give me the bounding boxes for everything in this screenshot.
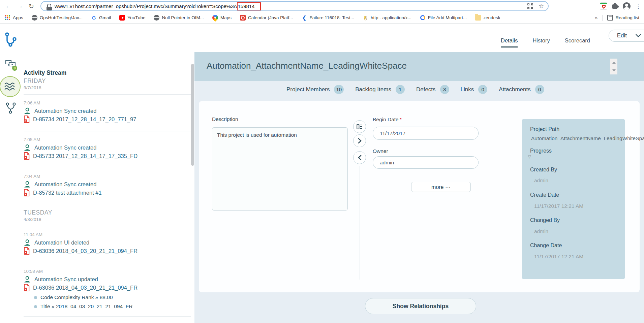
activity-target-row[interactable]: D-85733 2017_12_28_14_17_17_335_FD (24, 152, 191, 160)
bookmark-file-add[interactable]: File Add Multipart... (420, 15, 467, 21)
more-button[interactable]: more ⋯ (411, 182, 471, 192)
divider (373, 187, 411, 187)
edit-button[interactable]: Edit (609, 30, 644, 42)
activity-action-row[interactable]: Automation Sync created (24, 181, 191, 188)
activity-target-row[interactable]: D-63036 2018_04_03_20_21_21_094_FR (24, 247, 191, 255)
branch-icon[interactable] (6, 102, 16, 114)
activity-scrollbar[interactable] (191, 64, 194, 166)
tab-backlog-items[interactable]: Backlog Items 1 (355, 85, 405, 94)
activity-action-row[interactable]: Automation UI deleted (24, 239, 191, 246)
activity-action-row[interactable]: Automation Sync updated (24, 276, 191, 283)
created-by-label: Created By (530, 167, 557, 173)
profile-avatar[interactable] (623, 2, 631, 10)
document-x-icon (24, 116, 30, 123)
browser-forward-button[interactable]: → (14, 2, 26, 10)
activity-change-detail: Code Complexity Rank » 88.00 (34, 294, 191, 300)
bookmark-apps[interactable]: Apps (5, 15, 23, 21)
required-asterisk: * (400, 117, 402, 122)
description-field[interactable]: This project is used for automation (212, 127, 348, 211)
browser-chrome: ← → ↻ www1.v1host.com/partner_opshub2/Pr… (0, 0, 644, 24)
activity-entry: 7:05 AM Automation Sync created D-85733 … (24, 131, 191, 168)
activity-entry: 7:04 AM Automation Sync created D-85732 … (24, 168, 191, 204)
conversations-icon[interactable]: 0 (5, 60, 17, 71)
activity-stream-nav-icon[interactable] (0, 76, 21, 97)
reading-list-icon (607, 15, 613, 21)
chevron-right-icon (358, 138, 362, 143)
chrome-menu-icon[interactable]: ⋮ (635, 3, 641, 9)
activity-action-row[interactable]: Automation Sync created (24, 144, 191, 151)
activity-action: Automation Sync created (34, 108, 96, 114)
bookmarks-overflow-chevron[interactable]: » (595, 15, 597, 21)
qr-code-icon[interactable] (527, 3, 533, 9)
activity-time: 11:04 AM (24, 232, 191, 237)
layout-panel-button[interactable] (353, 120, 366, 133)
collapse-left-button[interactable] (353, 151, 366, 164)
activity-action: Automation Sync created (34, 181, 96, 188)
bookmark-gmail[interactable]: Gmail (91, 15, 111, 21)
activity-target-row[interactable]: D-85732 test attachment #1 (24, 189, 191, 196)
bookmark-null-pointer[interactable]: Null Pointer in OIM... (154, 15, 204, 21)
tab-history[interactable]: History (532, 37, 550, 47)
description-label: Description (212, 116, 238, 122)
extensions-puzzle-icon[interactable] (612, 3, 618, 9)
changed-by-label: Changed By (530, 217, 560, 223)
bullet-dot (34, 305, 37, 308)
activity-target-link: D-63036 2018_04_03_20_21_21_094_FR (33, 248, 137, 254)
address-bar[interactable]: www1.v1host.com/partner_opshub2/Project.… (40, 1, 549, 11)
conversations-count-badge: 0 (12, 66, 17, 71)
browser-reload-button[interactable]: ↻ (26, 2, 37, 10)
begin-date-input[interactable]: 11/17/2017 (373, 127, 479, 140)
tab-defects[interactable]: Defects 3 (416, 85, 449, 94)
info-panel: Project Path Automation_AttachmentName_L… (522, 119, 625, 279)
change-date-label: Change Date (530, 243, 562, 249)
show-relationships-button[interactable]: Show Relationships (365, 298, 476, 314)
begin-date-label: Begin Date* (373, 117, 402, 123)
activity-target-link: D-85732 test attachment #1 (33, 190, 102, 196)
tab-attachments[interactable]: Attachments 0 (499, 85, 544, 94)
panel-list-icon (357, 124, 363, 129)
globe-icon (154, 15, 159, 21)
folder-icon (475, 15, 481, 21)
tab-details[interactable]: Details (501, 37, 518, 47)
activity-stream-panel: Activity Stream FRIDAY 9/7/2018 7:06 AM … (24, 69, 191, 317)
person-icon (24, 107, 31, 114)
reading-list-button[interactable]: Reading list (607, 15, 639, 21)
bookmark-opshubtesting[interactable]: OpsHubTesting/Jav... (32, 15, 83, 21)
bookmarks-divider (602, 15, 603, 21)
browser-back-button[interactable]: ← (3, 2, 14, 10)
bookmark-calendar[interactable]: Calendar (Java Platf... (240, 15, 293, 21)
scroll-spinner[interactable] (610, 59, 617, 74)
https-lock-icon[interactable] (47, 4, 51, 7)
security-extension-icon[interactable] (600, 2, 607, 10)
activity-day-label: FRIDAY (24, 77, 191, 85)
relation-count-tabs: Project Members 10 Backlog Items 1 Defec… (286, 85, 544, 94)
details-card: Description This project is used for aut… (199, 101, 640, 292)
project-path-value: Automation_AttachmentName_LeadingWhiteSp… (531, 135, 644, 141)
activity-action-row[interactable]: Automation Sync created (24, 107, 191, 114)
bookmark-maps[interactable]: Maps (212, 15, 232, 21)
activity-target-row[interactable]: D-63036 2018_04_03_20_21_21_094_FR (24, 284, 191, 291)
activity-target-link: D-85733 2017_12_28_14_17_17_335_FD (33, 153, 137, 159)
activity-date-label: 4/3/2018 (24, 217, 191, 222)
bookmark-zendesk[interactable]: zendesk (475, 15, 500, 21)
bookmark-failure[interactable]: Failure 116018: Test... (302, 15, 354, 21)
activity-target-row[interactable]: D-85734 2017_12_28_14_17_20_771_97 (24, 116, 191, 123)
scroll-down-icon[interactable] (612, 69, 616, 71)
activity-action: Automation Sync created (34, 144, 96, 151)
tab-project-members[interactable]: Project Members 10 (286, 85, 344, 94)
bookmark-http[interactable]: http - application/x... (363, 15, 411, 21)
multipart-icon (420, 15, 426, 21)
count-badge: 0 (535, 85, 544, 94)
tab-scorecard[interactable]: Scorecard (565, 37, 590, 47)
activity-group-header: FRIDAY 9/7/2018 (24, 77, 191, 90)
document-x-icon (24, 189, 30, 196)
scroll-up-icon[interactable] (612, 62, 616, 64)
asset-title-bar: Automation_AttachmentName_LeadingWhiteSp… (194, 52, 644, 81)
tab-links[interactable]: Links 0 (461, 85, 488, 94)
collapse-right-button[interactable] (353, 134, 366, 147)
bookmark-star-icon[interactable]: ☆ (539, 3, 544, 9)
versionone-logo-icon[interactable] (5, 32, 17, 47)
count-badge: 1 (396, 85, 405, 94)
bookmark-youtube[interactable]: YouTube (119, 15, 145, 21)
owner-input[interactable]: admin (373, 156, 479, 169)
